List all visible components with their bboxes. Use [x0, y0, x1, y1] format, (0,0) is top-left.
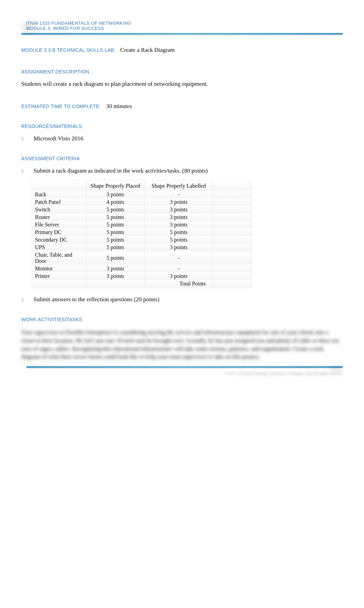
table-row: UPS 5 points 3 points: [32, 244, 251, 251]
cell-extra: [213, 198, 251, 206]
table-row: Rack 3 points -: [32, 191, 251, 198]
cell-item: UPS: [32, 244, 86, 251]
cell-extra: [213, 229, 251, 236]
total-label: Total Points: [145, 280, 213, 288]
table-header-placed: Shape Properly Placed: [86, 181, 145, 191]
work-activities-blurred: Your supervisor at Flexible Enterprises …: [21, 328, 343, 361]
table-row: Primary DC 5 points 5 points: [32, 229, 251, 236]
cell-extra: [213, 244, 251, 251]
cell-extra: [213, 251, 251, 265]
cell-placed: 3 points: [86, 191, 145, 198]
lab-label: MODULE 3.3 B TECHNICAL SKILLS LAB:: [21, 47, 116, 53]
table-row: Printer 3 points 3 points: [32, 272, 251, 280]
cell-labelled: 3 points: [145, 206, 213, 213]
table-total-row: Total Points: [32, 280, 251, 288]
table-row: Router 5 points 3 points: [32, 213, 251, 221]
table-header-empty: [32, 181, 86, 191]
footer-copyright: © 2017 by Prosoft Learning, a division o…: [21, 371, 343, 375]
assessment-list-2: Submit answers to the reflection questio…: [21, 296, 343, 303]
cell-labelled: 3 points: [145, 221, 213, 229]
cell-extra: [213, 265, 251, 272]
cell-item: Router: [32, 213, 86, 221]
cell-extra: [213, 221, 251, 229]
resources-heading: RESOURCES/MATERIALS:: [21, 124, 343, 129]
table-row: Switch 5 points 3 points: [32, 206, 251, 213]
list-item: Submit a rack diagram as indicated in th…: [30, 167, 343, 174]
header-module-title: MODULE 3: WIRED FOR SUCCESS: [26, 26, 343, 31]
table-row: Monitor 3 points -: [32, 265, 251, 272]
cell-extra: [213, 236, 251, 244]
cell-extra: [213, 191, 251, 198]
cell-labelled: 3 points: [145, 198, 213, 206]
time-value: 30 minutes: [106, 103, 132, 109]
grading-table: Shape Properly Placed Shape Properly Lab…: [32, 181, 251, 288]
table-row: Secondary DC 5 points 5 points: [32, 236, 251, 244]
cell-placed: 5 points: [86, 236, 145, 244]
cell-labelled: 5 points: [145, 236, 213, 244]
cell-item: Patch Panel: [32, 198, 86, 206]
cell-labelled: -: [145, 191, 213, 198]
cell-extra: [213, 213, 251, 221]
cell-labelled: 3 points: [145, 244, 213, 251]
time-label: ESTIMATED TIME TO COMPLETE:: [21, 104, 101, 109]
cell-item: Rack: [32, 191, 86, 198]
table-header-extra: [213, 181, 251, 191]
cell-labelled: 3 points: [145, 272, 213, 280]
list-item: Submit answers to the reflection questio…: [30, 296, 343, 303]
cell-placed: 5 points: [86, 251, 145, 265]
list-item: Microsoft Visio 2016: [30, 135, 343, 142]
lab-title-row: MODULE 3.3 B TECHNICAL SKILLS LAB: Creat…: [21, 47, 343, 54]
cell-labelled: -: [145, 251, 213, 265]
document-header: ITNW 1325 FUNDAMENTALS OF NETWORKING MOD…: [21, 21, 343, 35]
header-course-title: ITNW 1325 FUNDAMENTALS OF NETWORKING: [26, 21, 343, 26]
cell-item: Switch: [32, 206, 86, 213]
table-row: Chair, Table, and Door 5 points -: [32, 251, 251, 265]
cell-item: Printer: [32, 272, 86, 280]
cell-item: Monitor: [32, 265, 86, 272]
cell-placed: 5 points: [86, 213, 145, 221]
cell-item: Secondary DC: [32, 236, 86, 244]
cell-placed: 5 points: [86, 206, 145, 213]
assignment-heading: ASSIGNMENT DESCRIPTION: [21, 69, 343, 74]
document-footer: © 2017 by Prosoft Learning, a division o…: [21, 366, 343, 375]
cell-placed: 3 points: [86, 272, 145, 280]
lab-title: Create a Rack Diagram: [120, 47, 175, 53]
cell-extra: [213, 206, 251, 213]
cell-item: Primary DC: [32, 229, 86, 236]
cell-placed: 4 points: [86, 198, 145, 206]
cell-item: Chair, Table, and Door: [32, 251, 86, 265]
cell-placed: 5 points: [86, 229, 145, 236]
cell-placed: 5 points: [86, 221, 145, 229]
assignment-description: Students will create a rack diagram to p…: [21, 81, 343, 87]
table-row: Patch Panel 4 points 3 points: [32, 198, 251, 206]
cell-extra: [213, 272, 251, 280]
cell-labelled: -: [145, 265, 213, 272]
table-row: File Server 5 points 3 points: [32, 221, 251, 229]
cell-placed: 3 points: [86, 265, 145, 272]
assessment-heading: ASSESSMENT CRITERIA: [21, 156, 343, 161]
cell-labelled: 5 points: [145, 229, 213, 236]
assessment-list-1: Submit a rack diagram as indicated in th…: [21, 167, 343, 174]
header-divider: [21, 33, 343, 35]
cell-labelled: 3 points: [145, 213, 213, 221]
cell-item: File Server: [32, 221, 86, 229]
work-activities-heading: WORK ACTIVITIES/TASKS: [21, 317, 343, 322]
table-header-labelled: Shape Properly Labelled: [145, 181, 213, 191]
time-row: ESTIMATED TIME TO COMPLETE: 30 minutes: [21, 103, 343, 110]
cell-placed: 5 points: [86, 244, 145, 251]
resources-list: Microsoft Visio 2016: [21, 135, 343, 142]
